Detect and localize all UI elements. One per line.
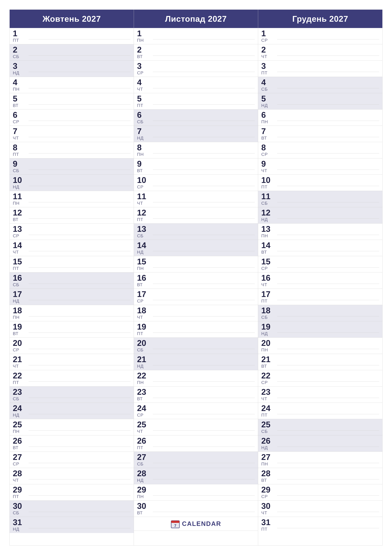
calendar-logo: 7CALENDAR	[171, 519, 221, 529]
day-line	[29, 479, 131, 479]
day-line	[153, 153, 255, 153]
day-row-october-1: 1пт	[10, 28, 134, 44]
day-row-december-5: 5нд	[258, 93, 382, 110]
day-number: 9	[13, 160, 27, 168]
day-name: пт	[261, 527, 276, 532]
day-row-november-13: 13сб	[134, 224, 258, 240]
day-row-november-26: 26пт	[134, 435, 258, 452]
day-row-december-15: 15ср	[258, 256, 382, 272]
day-line	[277, 381, 379, 382]
day-row-october-12: 12вт	[10, 207, 134, 224]
day-name: нд	[137, 136, 151, 141]
day-line	[29, 39, 131, 39]
day-row-december-25: 25сб	[258, 419, 382, 435]
day-name: чт	[137, 429, 151, 434]
day-row-november-4: 4чт	[134, 77, 258, 93]
day-name: сб	[13, 54, 27, 59]
day-name: вт	[261, 364, 276, 369]
day-number: 18	[13, 306, 27, 314]
day-name: сб	[261, 429, 276, 434]
day-row-november-9: 9вт	[134, 158, 258, 175]
day-row-october-8: 8пт	[10, 142, 134, 158]
day-line	[29, 398, 131, 398]
day-name: ср	[137, 299, 151, 304]
day-name: нд	[137, 364, 151, 369]
day-name: чт	[261, 54, 276, 59]
day-row-november-25: 25чт	[134, 419, 258, 435]
day-row-october-14: 14чт	[10, 240, 134, 256]
day-name: пн	[137, 494, 151, 499]
day-row-november-28: 28нд	[134, 468, 258, 484]
day-row-december-1: 1ср	[258, 28, 382, 44]
day-name: чт	[137, 315, 151, 320]
day-name: нд	[13, 527, 27, 532]
day-number: 17	[137, 290, 151, 298]
day-line	[153, 381, 255, 382]
day-row-december-28: 28вт	[258, 468, 382, 484]
day-name: нд	[137, 478, 151, 483]
day-name: ср	[13, 347, 27, 352]
day-line	[153, 39, 255, 39]
day-name: пт	[13, 266, 27, 271]
day-name: чт	[261, 510, 276, 515]
day-line	[277, 153, 379, 153]
day-name: пн	[137, 152, 151, 157]
day-name: сб	[13, 168, 27, 173]
day-line	[277, 267, 379, 268]
day-number: 26	[137, 437, 151, 445]
day-name: пт	[13, 38, 27, 43]
day-row-october-28: 28чт	[10, 468, 134, 484]
day-line	[29, 104, 131, 105]
day-number: 5	[137, 95, 151, 103]
day-number: 1	[261, 29, 276, 37]
day-row-october-20: 20ср	[10, 338, 134, 354]
day-row-november-11: 11чт	[134, 191, 258, 207]
day-name: вт	[13, 331, 27, 336]
day-line	[277, 72, 379, 72]
day-line	[153, 463, 255, 463]
day-row-december-14: 14вт	[258, 240, 382, 256]
day-line	[153, 496, 255, 496]
day-row-november-3: 3ср	[134, 61, 258, 77]
day-row-october-4: 4пн	[10, 77, 134, 93]
day-name: вт	[137, 282, 151, 287]
day-row-november-1: 1пн	[134, 28, 258, 44]
day-number: 27	[261, 453, 276, 461]
day-line	[153, 479, 255, 479]
day-name: сб	[137, 233, 151, 238]
day-row-october-3: 3нд	[10, 61, 134, 77]
day-row-november-10: 10ср	[134, 175, 258, 191]
day-row-october-26: 26вт	[10, 435, 134, 452]
day-row-november-8: 8пн	[134, 142, 258, 158]
month-header-november: Листопад 2027	[134, 10, 258, 28]
day-row-december-10: 10пт	[258, 175, 382, 191]
day-row-december-8: 8ср	[258, 142, 382, 158]
day-line	[277, 202, 379, 202]
day-number: 31	[13, 518, 27, 526]
day-name: ср	[261, 266, 276, 271]
day-name: ср	[137, 184, 151, 190]
day-name: нд	[13, 413, 27, 418]
day-line	[153, 398, 255, 398]
day-number: 4	[137, 78, 151, 86]
day-number: 1	[13, 29, 27, 37]
day-line	[277, 39, 379, 39]
day-row-december-24: 24пт	[258, 403, 382, 419]
day-line	[29, 300, 131, 300]
day-number: 20	[13, 339, 27, 347]
day-row-december-27: 27пн	[258, 452, 382, 468]
day-line	[277, 300, 379, 300]
day-name: нд	[13, 299, 27, 304]
day-line	[277, 316, 379, 316]
day-number: 18	[137, 306, 151, 314]
day-number: 6	[137, 111, 151, 119]
day-name: пн	[137, 266, 151, 271]
day-number: 19	[13, 323, 27, 331]
day-number: 11	[137, 192, 151, 200]
day-name: чт	[13, 136, 27, 141]
day-row-december-6: 6пн	[258, 110, 382, 126]
day-number: 5	[13, 95, 27, 103]
day-row-november-19: 19пт	[134, 321, 258, 338]
day-row-december-2: 2чт	[258, 44, 382, 61]
day-row-november-15: 15пн	[134, 256, 258, 272]
